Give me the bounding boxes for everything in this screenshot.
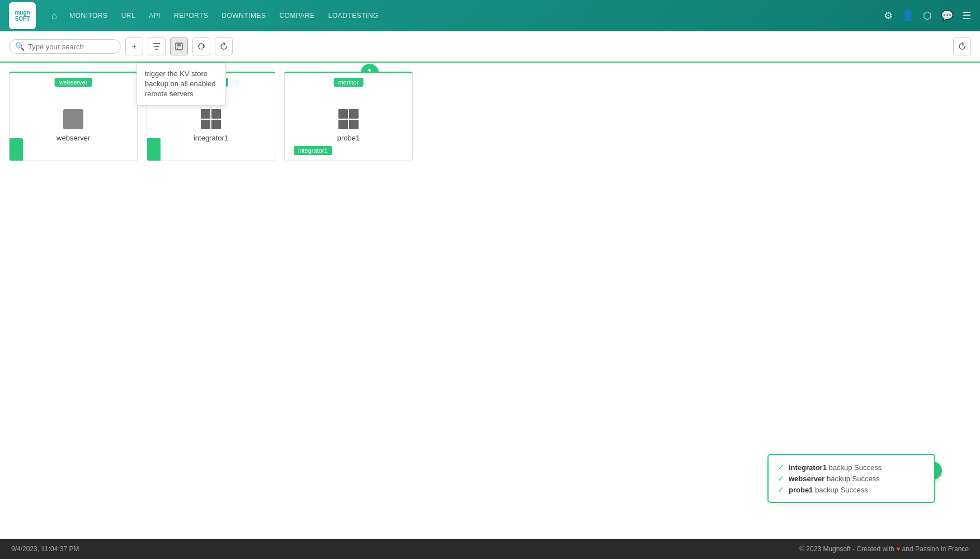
right-refresh-icon xyxy=(958,42,967,51)
search-icon: 🔍 xyxy=(15,42,25,51)
main-nav: ⌂ MONITORS URL API REPORTS DOWNTIMES COM… xyxy=(47,7,884,24)
notification-box: ✓ integrator1 backup Success ✓ webserver… xyxy=(767,454,935,503)
logo-text: mugn SOFT xyxy=(15,10,30,22)
footer: 9/4/2023, 11:04:37 PM © 2023 Mugnsoft - … xyxy=(0,539,980,559)
notification-row-2: ✓ webserver backup Success xyxy=(778,473,925,484)
add-button[interactable]: + xyxy=(125,37,143,55)
filter-button[interactable] xyxy=(148,37,166,55)
probe1-bottom-tag: integrator1 xyxy=(294,146,332,155)
sync-button[interactable] xyxy=(192,37,210,55)
nav-monitors[interactable]: MONITORS xyxy=(64,8,113,23)
webserver-name: webserver xyxy=(56,134,90,142)
server-name-1: integrator1 xyxy=(789,463,827,472)
integrator-windows-icon xyxy=(201,109,221,129)
heart-icon: ♥ xyxy=(896,545,902,553)
probe1-tag: monitor xyxy=(334,78,364,87)
nav-url[interactable]: URL xyxy=(116,8,142,23)
settings-icon[interactable]: ⚙ xyxy=(884,10,893,22)
navbar-right: ⚙ 👤 ⬡ 💬 ☰ xyxy=(884,10,971,22)
probe1-card[interactable]: monitor probe1 integrator1 xyxy=(284,72,413,161)
chat-icon[interactable]: 💬 xyxy=(941,10,953,22)
notification-row-3: ✓ probe1 backup Success xyxy=(778,484,925,495)
navbar: mugn SOFT ⌂ MONITORS URL API REPORTS DOW… xyxy=(0,0,980,31)
logo[interactable]: mugn SOFT xyxy=(9,2,36,29)
logout-icon[interactable]: ⬡ xyxy=(923,10,932,22)
backup-button[interactable]: 1 xyxy=(170,37,188,55)
webserver-tag: webserver xyxy=(55,78,92,87)
server-name-3: probe1 xyxy=(789,486,813,494)
nav-compare[interactable]: COMPARE xyxy=(274,8,320,23)
nav-reports[interactable]: REPORTS xyxy=(168,8,214,23)
nav-api[interactable]: API xyxy=(143,8,166,23)
backup-icon xyxy=(175,42,183,51)
right-refresh-button[interactable] xyxy=(953,37,971,55)
footer-brand: © 2023 Mugnsoft - Created with ♥ and Pas… xyxy=(799,545,969,553)
webserver-card[interactable]: webserver webserver xyxy=(9,72,138,161)
probe1-windows-icon xyxy=(338,109,359,129)
refresh-icon xyxy=(219,42,228,51)
check-icon-2: ✓ xyxy=(778,474,784,483)
server-name-2: webserver xyxy=(789,475,824,483)
menu-icon[interactable]: ☰ xyxy=(962,10,971,22)
webserver-bar xyxy=(10,138,23,161)
message-1: backup Success xyxy=(829,463,882,472)
integrator-bar xyxy=(147,138,161,161)
check-icon-1: ✓ xyxy=(778,463,784,472)
filter-icon xyxy=(153,43,161,50)
nav-downtimes[interactable]: DOWNTIMES xyxy=(216,8,271,23)
svg-rect-2 xyxy=(177,48,178,49)
search-box[interactable]: 🔍 xyxy=(9,39,121,54)
nav-home[interactable]: ⌂ xyxy=(47,7,62,24)
sync-icon xyxy=(197,42,206,51)
message-3: backup Success xyxy=(815,486,868,494)
notification-row-1: ✓ integrator1 backup Success xyxy=(778,462,925,473)
message-2: backup Success xyxy=(827,475,880,483)
integrator-name: integrator1 xyxy=(194,134,228,142)
search-input[interactable] xyxy=(28,43,115,51)
toolbar: 🔍 + 1 xyxy=(0,31,980,63)
check-icon-3: ✓ xyxy=(778,485,784,494)
footer-datetime: 9/4/2023, 11:04:37 PM xyxy=(11,545,79,553)
user-icon[interactable]: 👤 xyxy=(902,10,914,22)
probe1-name: probe1 xyxy=(337,134,360,142)
tooltip: trigger the KV store backup on all enabl… xyxy=(136,63,226,106)
refresh-button[interactable] xyxy=(215,37,233,55)
webserver-icon xyxy=(63,109,83,129)
svg-rect-1 xyxy=(177,44,181,46)
nav-loadtesting[interactable]: LOADTESTING xyxy=(323,8,384,23)
